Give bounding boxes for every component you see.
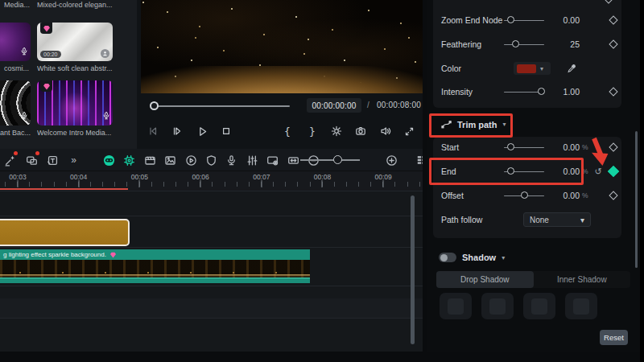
seek-handle[interactable] [150, 101, 159, 110]
property-slider[interactable] [504, 36, 549, 52]
color-swatch-dropdown[interactable]: ▾ [514, 62, 551, 75]
volume-speaker-icon[interactable] [378, 124, 393, 138]
shadow-header: Shadow ▾ [439, 253, 505, 262]
fullscreen-expand-icon[interactable] [402, 124, 416, 138]
keyframe-button[interactable] [604, 41, 623, 47]
property-slider[interactable] [504, 12, 549, 28]
stock-gem-icon [40, 80, 52, 92]
track-divider [0, 216, 423, 216]
notification-dot [35, 151, 39, 155]
timeline-ruler[interactable]: 00:0300:0400:0500:0600:0700:0800:09 [0, 171, 423, 191]
timeline-vertical-scrollbar[interactable] [411, 195, 415, 344]
seek-track[interactable] [153, 105, 290, 107]
trim-path-icon [441, 119, 452, 130]
reset-keyframe-icon[interactable]: ↺ [592, 166, 604, 177]
preview-settings-gear-icon[interactable] [329, 124, 344, 138]
sparkle-particles [142, 2, 144, 3]
mark-in-button[interactable]: { [280, 124, 295, 138]
footer-strip [0, 352, 644, 362]
reset-button[interactable]: Reset [600, 330, 628, 345]
previous-frame-button[interactable] [146, 124, 160, 138]
property-row: Feathering 25 [441, 36, 623, 52]
property-value[interactable]: 0.00 [549, 191, 580, 200]
media-thumbnail-neon-tunnel[interactable] [37, 80, 113, 125]
property-slider[interactable] [504, 84, 549, 100]
stock-gem-icon [40, 23, 52, 34]
keyframe-button[interactable] [604, 192, 623, 199]
clip-title-bar: g lighting effect sparkle background. [0, 249, 310, 260]
notification-dot [14, 151, 18, 155]
stop-button[interactable] [219, 124, 233, 138]
text-sticker-icon[interactable] [44, 152, 60, 168]
shadow-toggle[interactable] [439, 253, 456, 262]
mic-icon [21, 109, 27, 123]
more-tools-chevron[interactable]: » [65, 152, 81, 168]
preview-panel: 00:00:00:00 / 00:00:08:00 { } [137, 0, 427, 149]
ruler-major-ticks [5, 180, 423, 187]
shadow-preset[interactable] [565, 293, 597, 319]
property-slider[interactable] [504, 139, 549, 155]
media-thumbnail-white-abstract[interactable]: 00:20 [37, 23, 113, 61]
shield-icon[interactable] [203, 152, 219, 168]
path-follow-dropdown[interactable]: None ▾ [523, 212, 591, 227]
dropdown-value: None [530, 216, 549, 224]
speed-play-icon[interactable] [183, 152, 199, 168]
screen-capture-icon[interactable] [264, 152, 280, 168]
ai-edit-icon[interactable] [2, 152, 18, 168]
timeline-clip-selected[interactable] [0, 219, 130, 246]
voiceover-mic-icon[interactable] [223, 152, 239, 168]
author-avatar-icon [101, 49, 109, 58]
ai-assistant-robot-icon[interactable] [101, 152, 117, 168]
zoom-in-icon[interactable] [383, 152, 399, 168]
property-value[interactable]: 0.00 [549, 142, 580, 152]
golden-horizon [141, 66, 425, 93]
keyframe-button[interactable] [604, 17, 623, 23]
property-slider[interactable] [504, 163, 549, 179]
property-value[interactable]: 0.00 [549, 15, 580, 25]
property-slider[interactable] [504, 187, 549, 204]
clapperboard-icon[interactable] [142, 152, 158, 168]
tab-inner-shadow[interactable]: Inner Shadow [534, 271, 631, 288]
timeline-clip-sparkle[interactable]: g lighting effect sparkle background. [0, 249, 310, 283]
window-edge [640, 0, 644, 362]
fit-timeline-icon[interactable] [285, 152, 301, 168]
property-label: Zoom End Node [441, 15, 504, 25]
shadow-preset[interactable] [440, 293, 472, 319]
property-label: End [441, 167, 504, 176]
section-title: Shadow [462, 253, 496, 262]
effects-scene-icon[interactable] [162, 152, 178, 168]
video-editor-window: Media... Mixed-colored elegan... cosmi..… [0, 0, 644, 362]
play-button[interactable] [195, 124, 209, 138]
tab-drop-shadow[interactable]: Drop Shadow [436, 271, 534, 288]
shadow-preset[interactable] [523, 293, 555, 319]
keyframe-button[interactable] [604, 88, 623, 95]
eyedropper-icon[interactable] [551, 64, 592, 73]
current-time: 00:00:00:00 [307, 98, 361, 113]
timeline-zoom-handle[interactable] [333, 155, 342, 164]
property-label: Path follow [441, 215, 523, 224]
keyframe-button[interactable] [604, 144, 623, 150]
next-frame-button[interactable] [170, 124, 184, 138]
unit-label: % [580, 167, 592, 175]
media-thumbnail-cosmic[interactable] [0, 23, 31, 61]
keyframe-button-active[interactable] [604, 167, 623, 175]
shadow-preset[interactable] [481, 293, 514, 319]
mark-out-button[interactable]: } [305, 124, 320, 138]
section-title: Trim path [457, 120, 497, 130]
timeline-zoom-slider[interactable] [300, 159, 360, 161]
transport-controls: { } [137, 117, 427, 145]
audio-mixer-icon[interactable] [244, 152, 260, 168]
video-canvas[interactable] [141, 0, 425, 93]
media-thumbnail-swirl[interactable] [0, 80, 31, 125]
property-label: Feathering [441, 39, 504, 49]
screen-record-icon[interactable] [23, 152, 39, 168]
snapshot-camera-icon[interactable] [353, 124, 368, 138]
property-value[interactable]: 25 [549, 39, 580, 49]
properties-scrollbar[interactable] [635, 131, 638, 268]
plugin-chip-icon[interactable] [121, 152, 137, 168]
trim-path-header[interactable]: Trim path ▾ [441, 119, 506, 130]
property-label: Intensity [441, 87, 504, 97]
property-row: Color ▾ [441, 60, 623, 76]
property-value[interactable]: 1.00 [549, 87, 580, 97]
property-value[interactable]: 0.00 [549, 167, 580, 176]
